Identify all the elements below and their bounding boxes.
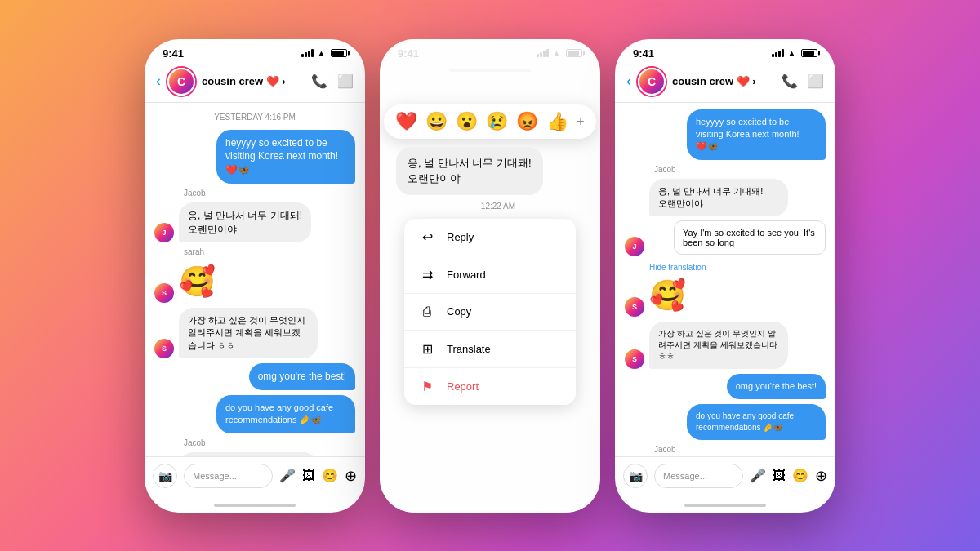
message-input-right[interactable]: Message... xyxy=(654,464,743,488)
context-forward[interactable]: ⇉ Forward xyxy=(404,256,576,294)
sender-jacob-r2: Jacob xyxy=(625,445,826,454)
image-icon-left[interactable]: 🖼 xyxy=(302,469,315,483)
camera-button-right[interactable]: 📷 xyxy=(623,464,648,488)
copy-label: Copy xyxy=(447,305,471,318)
input-icons-left: 🎤 🖼 😊 ⊕ xyxy=(279,467,357,485)
reaction-thumbs[interactable]: 👍 xyxy=(546,111,568,132)
mic-icon-right[interactable]: 🎤 xyxy=(750,468,766,483)
phone-middle: 9:41 ▲ ❤️ 😀 😮 😢 😡 👍 + 응, 널 만나서 너무 기대돼!오랜… xyxy=(380,39,600,513)
reaction-wow[interactable]: 😮 xyxy=(456,111,478,132)
reaction-angry[interactable]: 😡 xyxy=(516,111,538,132)
header-icons-right: 📞 ⬜ xyxy=(782,73,824,89)
reaction-smile[interactable]: 😀 xyxy=(425,111,448,132)
add-icon-right[interactable]: ⊕ xyxy=(815,467,827,485)
msg-jacob-1: J 응, 널 만나서 너무 기대돼!오랜만이야 xyxy=(154,202,355,243)
avatar-jacob-1: J xyxy=(154,223,174,242)
call-icon-right[interactable]: 📞 xyxy=(782,73,798,89)
sticker-icon-right[interactable]: 😊 xyxy=(792,468,808,483)
msg-sarah-2: S 가장 하고 싶은 것이 무엇인지 알려주시면 계획을 세워보겠습니다 ㅎㅎ xyxy=(154,308,355,358)
context-time: 12:22 AM xyxy=(481,202,515,211)
reply-label: Reply xyxy=(447,231,474,243)
msg-sent-r3: do you have any good cafe recommendation… xyxy=(625,404,826,440)
forward-icon: ⇉ xyxy=(419,267,435,282)
bubble-jacob-1[interactable]: 응, 널 만나서 너무 기대돼!오랜만이야 xyxy=(179,202,311,243)
bubble-sent-2[interactable]: omg you're the best! xyxy=(249,363,355,390)
reply-icon: ↩ xyxy=(419,229,435,245)
hide-translation-btn[interactable]: Hide translation xyxy=(625,263,826,272)
copy-icon: ⎙ xyxy=(419,304,435,319)
sticker-icon-left[interactable]: 😊 xyxy=(322,468,338,483)
signal-icon-right xyxy=(772,49,784,57)
avatar-sarah-r2: S xyxy=(625,349,644,369)
input-bar-left: 📷 Message... 🎤 🖼 😊 ⊕ xyxy=(145,456,365,498)
status-icons-right: ▲ xyxy=(772,48,817,58)
message-input-left[interactable]: Message... xyxy=(184,464,273,488)
input-bar-right: 📷 Message... 🎤 🖼 😊 ⊕ xyxy=(615,456,835,498)
context-translate[interactable]: ⊞ Translate xyxy=(404,331,576,368)
msg-jacob-r1: J 응, 널 만나서 너무 기대돼!오랜만이야 Yay I'm so excit… xyxy=(625,179,826,257)
status-time-right: 9:41 xyxy=(633,47,654,60)
msg-sarah-emoji: S 🥰 xyxy=(154,261,355,302)
reaction-sad[interactable]: 😢 xyxy=(486,111,508,132)
bubble-sarah-r2[interactable]: 가장 하고 싶은 것이 무엇인지 알려주시면 계획을 세워보겠습니다 ㅎㅎ xyxy=(649,322,788,369)
phone-left: 9:41 ▲ ‹ C cousin crew ❤️ › 📞 ⬜ YESTERDA… xyxy=(145,39,365,513)
group-name-left[interactable]: cousin crew ❤️ › xyxy=(202,75,305,87)
bubble-jacob-2[interactable]: 카페 어니언과 마일스톤 커피를 좋아해!🔥🦋 xyxy=(179,452,318,456)
phone-right: 9:41 ▲ ‹ C cousin crew ❤️ › 📞 ⬜ heyyyy s… xyxy=(615,39,835,513)
video-icon-left[interactable]: ⬜ xyxy=(337,73,354,89)
wifi-icon-right: ▲ xyxy=(787,48,796,58)
call-icon-left[interactable]: 📞 xyxy=(311,73,327,89)
header-icons-left: 📞 ⬜ xyxy=(311,73,354,89)
back-button-right[interactable]: ‹ xyxy=(626,73,631,90)
sender-jacob-1: Jacob xyxy=(154,189,355,198)
report-label: Report xyxy=(447,380,479,393)
signal-icon xyxy=(301,49,314,57)
group-avatar-right: C xyxy=(638,68,666,96)
image-icon-right[interactable]: 🖼 xyxy=(773,469,786,483)
msg-sent-r1: heyyyy so excited to be visiting Korea n… xyxy=(625,109,826,160)
bubble-emoji-r: 🥰 xyxy=(649,275,686,316)
forward-label: Forward xyxy=(447,269,486,281)
input-icons-right: 🎤 🖼 😊 ⊕ xyxy=(750,467,827,485)
avatar-sarah: S xyxy=(154,283,174,303)
chat-header-right: ‹ C cousin crew ❤️ › 📞 ⬜ xyxy=(615,63,835,103)
report-icon: ⚑ xyxy=(419,379,435,394)
reaction-heart[interactable]: ❤️ xyxy=(395,111,417,132)
back-button-left[interactable]: ‹ xyxy=(156,73,161,90)
msg-sarah-emoji-r: S 🥰 xyxy=(625,275,826,316)
context-reply[interactable]: ↩ Reply xyxy=(404,219,576,256)
bubble-sent-1[interactable]: heyyyy so excited to be visiting Korea n… xyxy=(216,130,355,184)
context-message: 응, 널 만나서 너무 기대돼!오랜만이야 xyxy=(396,147,543,195)
bubble-sent-r1[interactable]: heyyyy so excited to be visiting Korea n… xyxy=(687,109,826,160)
bubble-sent-r3[interactable]: do you have any good cafe recommendation… xyxy=(687,404,826,440)
bubble-sarah-emoji: 🥰 xyxy=(179,261,216,302)
header-info-left: cousin crew ❤️ › xyxy=(202,75,305,87)
group-avatar-left: C xyxy=(167,68,195,96)
video-icon-right[interactable]: ⬜ xyxy=(808,73,824,89)
context-report[interactable]: ⚑ Report xyxy=(404,368,576,405)
context-overlay: ❤️ 😀 😮 😢 😡 👍 + 응, 널 만나서 너무 기대돼!오랜만이야 12:… xyxy=(380,39,600,513)
bubble-jacob-r1[interactable]: 응, 널 만나서 너무 기대돼!오랜만이야 xyxy=(649,179,788,217)
home-indicator-right xyxy=(615,498,835,513)
bubble-sent-r2[interactable]: omg you're the best! xyxy=(727,374,826,399)
home-indicator-left xyxy=(145,498,365,513)
reaction-bar: ❤️ 😀 😮 😢 😡 👍 + xyxy=(384,104,595,139)
translation-box: Yay I'm so excited to see you! It's been… xyxy=(674,220,826,255)
sender-sarah: sarah xyxy=(154,247,355,256)
wifi-icon: ▲ xyxy=(317,48,326,58)
msg-sent-2: omg you're the best! xyxy=(154,363,355,390)
camera-button-left[interactable]: 📷 xyxy=(153,464,177,488)
bubble-sarah-2[interactable]: 가장 하고 싶은 것이 무엇인지 알려주시면 계획을 세워보겠습니다 ㅎㅎ xyxy=(179,308,318,358)
bubble-sent-3[interactable]: do you have any good cafe recommendation… xyxy=(216,395,355,433)
reaction-more[interactable]: + xyxy=(577,114,584,129)
mic-icon-left[interactable]: 🎤 xyxy=(279,468,296,483)
sender-jacob-r1: Jacob xyxy=(625,165,826,174)
header-info-right: cousin crew ❤️ › xyxy=(672,75,775,87)
context-copy[interactable]: ⎙ Copy xyxy=(404,294,576,331)
add-icon-left[interactable]: ⊕ xyxy=(345,467,357,485)
msg-sarah-r2: S 가장 하고 싶은 것이 무엇인지 알려주시면 계획을 세워보겠습니다 ㅎㅎ xyxy=(625,322,826,369)
status-bar-left: 9:41 ▲ xyxy=(145,39,365,63)
translate-label: Translate xyxy=(447,343,491,355)
msg-sent-r2: omg you're the best! xyxy=(625,374,826,399)
group-name-right[interactable]: cousin crew ❤️ › xyxy=(672,75,775,87)
